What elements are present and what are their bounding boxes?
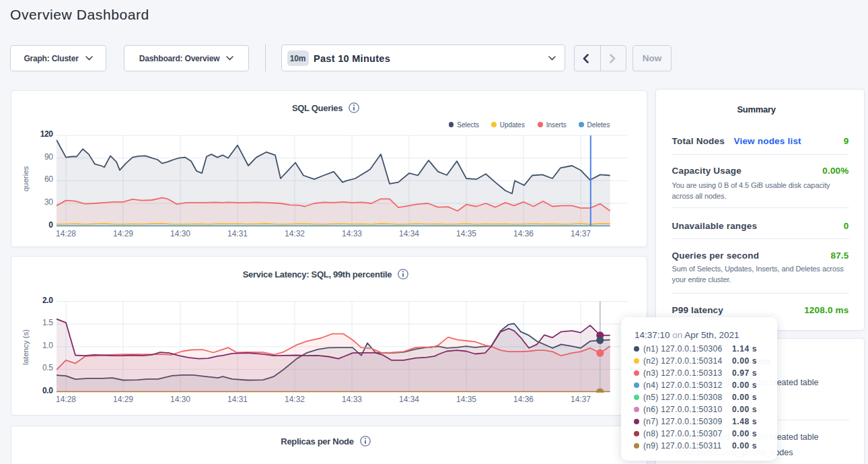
svg-text:1.0: 1.0 — [42, 341, 53, 350]
svg-text:14:28: 14:28 — [56, 228, 76, 238]
svg-text:latency (s): latency (s) — [22, 329, 30, 365]
svg-text:1.5: 1.5 — [42, 318, 53, 327]
svg-text:14:32: 14:32 — [285, 228, 305, 238]
svg-text:0.5: 0.5 — [42, 363, 53, 372]
svg-text:14:30: 14:30 — [170, 395, 190, 404]
svg-text:120: 120 — [40, 129, 54, 139]
svg-text:0.0: 0.0 — [42, 386, 53, 395]
svg-text:14:28: 14:28 — [56, 395, 76, 404]
svg-text:14:37: 14:37 — [571, 395, 591, 404]
svg-text:14:31: 14:31 — [227, 228, 248, 238]
svg-text:14:36: 14:36 — [513, 228, 534, 238]
svg-text:2.0: 2.0 — [42, 296, 53, 305]
svg-text:14:34: 14:34 — [399, 395, 419, 404]
svg-text:14:33: 14:33 — [342, 395, 362, 404]
svg-text:14:37: 14:37 — [571, 228, 591, 238]
svg-text:14:30: 14:30 — [170, 228, 190, 238]
svg-text:14:32: 14:32 — [285, 395, 305, 404]
svg-text:14:36: 14:36 — [513, 395, 534, 404]
svg-text:14:35: 14:35 — [456, 228, 476, 238]
svg-text:90: 90 — [44, 152, 53, 161]
svg-text:14:33: 14:33 — [342, 228, 362, 238]
svg-text:14:34: 14:34 — [399, 228, 419, 238]
svg-text:30: 30 — [44, 197, 53, 207]
svg-text:14:31: 14:31 — [227, 395, 248, 404]
svg-text:14:29: 14:29 — [113, 228, 133, 238]
svg-text:queries: queries — [22, 166, 30, 191]
svg-text:14:35: 14:35 — [456, 395, 476, 404]
svg-text:14:29: 14:29 — [113, 395, 133, 404]
svg-text:60: 60 — [44, 174, 53, 184]
svg-text:0: 0 — [48, 220, 53, 229]
